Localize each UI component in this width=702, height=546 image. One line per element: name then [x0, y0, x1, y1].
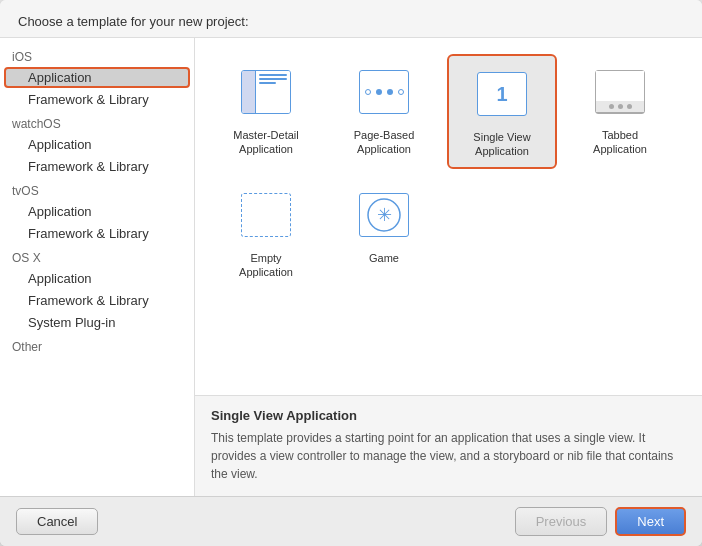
description-title: Single View Application — [211, 408, 686, 423]
template-single-view-label: Single View Application — [455, 130, 549, 159]
content-area: iOS Application Framework & Library watc… — [0, 38, 702, 496]
template-game[interactable]: ✳ Game — [329, 177, 439, 288]
sidebar-item-osx-plugin[interactable]: System Plug-in — [4, 312, 190, 333]
template-tabbed[interactable]: TabbedApplication — [565, 54, 675, 169]
template-page-based[interactable]: Page-BasedApplication — [329, 54, 439, 169]
sidebar-item-tvos-application[interactable]: Application — [4, 201, 190, 222]
master-detail-icon — [236, 62, 296, 122]
sidebar-item-osx-application[interactable]: Application — [4, 268, 190, 289]
sidebar-item-osx-framework[interactable]: Framework & Library — [4, 290, 190, 311]
dialog: Choose a template for your new project: … — [0, 0, 702, 546]
cancel-button[interactable]: Cancel — [16, 508, 98, 535]
main-area: Master-DetailApplication Page-BasedAppli… — [195, 38, 702, 496]
game-icon: ✳ — [354, 185, 414, 245]
sidebar-section-other: Other — [0, 334, 194, 356]
sidebar-section-watchos: watchOS — [0, 111, 194, 133]
sidebar-section-ios: iOS — [0, 44, 194, 66]
template-game-label: Game — [369, 251, 399, 265]
navigation-buttons: Previous Next — [515, 507, 686, 536]
empty-icon — [236, 185, 296, 245]
sidebar-section-tvos: tvOS — [0, 178, 194, 200]
template-empty-label: EmptyApplication — [239, 251, 293, 280]
svg-text:✳: ✳ — [377, 205, 392, 225]
template-single-view[interactable]: 1 Single View Application — [447, 54, 557, 169]
sidebar-section-osx: OS X — [0, 245, 194, 267]
page-based-icon — [354, 62, 414, 122]
sidebar-item-watchos-framework[interactable]: Framework & Library — [4, 156, 190, 177]
previous-button[interactable]: Previous — [515, 507, 608, 536]
next-button[interactable]: Next — [615, 507, 686, 536]
description-area: Single View Application This template pr… — [195, 396, 702, 496]
template-empty[interactable]: EmptyApplication — [211, 177, 321, 288]
description-text: This template provides a starting point … — [211, 429, 686, 483]
sidebar-item-watchos-application[interactable]: Application — [4, 134, 190, 155]
dialog-header: Choose a template for your new project: — [0, 0, 702, 38]
header-title: Choose a template for your new project: — [18, 14, 249, 29]
template-page-based-label: Page-BasedApplication — [354, 128, 415, 157]
sidebar-item-ios-framework[interactable]: Framework & Library — [4, 89, 190, 110]
template-master-detail-label: Master-DetailApplication — [233, 128, 298, 157]
templates-grid: Master-DetailApplication Page-BasedAppli… — [195, 38, 702, 396]
sidebar: iOS Application Framework & Library watc… — [0, 38, 195, 496]
sidebar-item-tvos-framework[interactable]: Framework & Library — [4, 223, 190, 244]
single-view-icon: 1 — [472, 64, 532, 124]
template-tabbed-label: TabbedApplication — [593, 128, 647, 157]
tabbed-icon — [590, 62, 650, 122]
footer: Cancel Previous Next — [0, 496, 702, 546]
sidebar-item-ios-application[interactable]: Application — [4, 67, 190, 88]
template-master-detail[interactable]: Master-DetailApplication — [211, 54, 321, 169]
